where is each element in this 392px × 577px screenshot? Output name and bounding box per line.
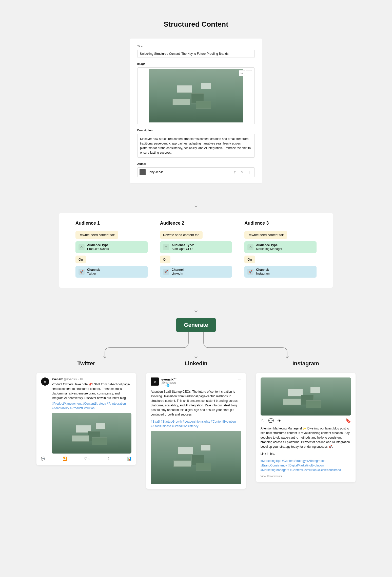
twitter-body: Product Owners, take note 📌! Shift from … — [52, 382, 131, 400]
linkedin-followers: 376 followers — [161, 381, 177, 384]
author-name: Toby Jervis — [148, 170, 163, 174]
channel-chip[interactable]: 🚀 Channel:Instagram — [244, 266, 317, 278]
image-field[interactable]: ✂ ⋮ — [137, 67, 255, 124]
share-icon[interactable]: ✈ — [277, 418, 281, 424]
structured-content-editor: Title Image ✂ ⋮ Description Discover how… — [130, 39, 262, 183]
like-icon[interactable]: ♡ — [261, 418, 265, 424]
edit-icon[interactable]: ✎ — [240, 170, 245, 174]
publish-icon[interactable]: ⇪ — [232, 170, 237, 174]
instagram-comments[interactable]: View 10 comments — [261, 475, 351, 478]
twitter-display-name: evensix — [52, 377, 63, 381]
linkedin-hashtags[interactable]: #SaaS #StartupGrowth #LeadershipInsights… — [151, 419, 241, 428]
rocket-icon: 🚀 — [163, 269, 169, 275]
twitter-image — [52, 413, 131, 454]
audience-heading: Audience 1 — [75, 221, 148, 226]
outputs-row: Twitter e evensix @evensix · 1h Product … — [36, 360, 356, 489]
title-label: Title — [137, 45, 255, 48]
rocket-icon: 🚀 — [79, 269, 85, 275]
description-input[interactable]: Discover how structured content transfor… — [137, 134, 255, 158]
audience-heading: Audience 2 — [160, 221, 232, 226]
output-twitter: Twitter e evensix @evensix · 1h Product … — [36, 360, 136, 489]
audience-type-chip[interactable]: ☺ Audience Type:Marketing Manager — [244, 241, 317, 253]
avatar: e — [41, 377, 49, 386]
linkedin-body: Attention SaaS Startup CEOs: The future … — [151, 389, 241, 417]
like-icon[interactable]: ♡ 1 — [84, 457, 90, 461]
more-icon[interactable]: ⋮ — [246, 70, 252, 76]
avatar — [140, 169, 146, 175]
crop-icon[interactable]: ✂ — [239, 70, 245, 76]
retweet-icon[interactable]: 🔁 — [63, 457, 67, 461]
hero-image — [149, 69, 243, 122]
rewrite-chip: Rewrite seed content for: — [75, 231, 118, 239]
audience-panel: Audience 1 Rewrite seed content for: ☺ A… — [59, 213, 333, 288]
arrow-down-icon — [194, 183, 198, 213]
avatar: e — [151, 377, 159, 386]
page-title: Structured Content — [164, 20, 228, 28]
twitter-hashtags[interactable]: #ProductManagement #ContentStrategy #AII… — [52, 401, 131, 410]
audience-type-chip[interactable]: ☺ Audience Type:Start Ups: CEO — [160, 241, 232, 253]
more-icon[interactable]: ⋯ — [238, 377, 241, 381]
on-chip: On — [244, 256, 255, 263]
audience-heading: Audience 3 — [244, 221, 317, 226]
output-heading: Instagram — [292, 360, 319, 367]
user-icon: ☺ — [163, 244, 169, 250]
output-heading: LinkedIn — [185, 360, 207, 367]
twitter-handle: @evensix · 1h — [64, 377, 83, 381]
instagram-body: Attention Marketing Managers! ✨ Dive int… — [261, 426, 351, 449]
bookmark-icon[interactable]: 🔖 — [345, 418, 351, 424]
linkedin-card: e evensix™ 376 followers 1h · 🌐 ⋯ Attent… — [146, 373, 246, 489]
output-heading: Twitter — [77, 360, 95, 367]
instagram-image — [261, 377, 351, 416]
output-instagram: Instagram ♡ 💬 ✈ 🔖 Attention Marketing Ma… — [256, 360, 356, 489]
twitter-card: e evensix @evensix · 1h Product Owners, … — [36, 373, 136, 465]
analytics-icon[interactable]: 📊 — [127, 457, 131, 461]
title-input[interactable] — [137, 50, 255, 58]
rewrite-chip: Rewrite seed content for: — [244, 231, 287, 239]
author-label: Author — [137, 162, 255, 165]
generate-button[interactable]: Generate — [176, 318, 215, 332]
fanout-arrows — [59, 332, 333, 360]
output-linkedin: LinkedIn e evensix™ 376 followers 1h · 🌐… — [146, 360, 246, 489]
author-field[interactable]: Toby Jervis ⇪ ✎ ⋮ — [137, 167, 255, 177]
rocket-icon: 🚀 — [247, 269, 253, 275]
on-chip: On — [75, 256, 86, 263]
rewrite-chip: Rewrite seed content for: — [160, 231, 203, 239]
arrow-down-icon — [194, 288, 198, 318]
instagram-link: Link in bio. — [261, 452, 351, 456]
image-label: Image — [137, 62, 255, 65]
linkedin-image — [151, 431, 241, 484]
channel-chip[interactable]: 🚀 Channel:LinkedIn — [160, 266, 232, 278]
linkedin-display-name: evensix™ — [161, 377, 177, 381]
instagram-hashtags[interactable]: #MarketingTips #ContentStrategy #AIInteg… — [261, 459, 351, 472]
channel-chip[interactable]: 🚀 Channel:Twitter — [75, 266, 148, 278]
instagram-card: ♡ 💬 ✈ 🔖 Attention Marketing Managers! ✨ … — [256, 373, 356, 482]
share-icon[interactable]: ⇪ — [107, 457, 110, 461]
user-icon: ☺ — [247, 244, 253, 250]
comment-icon[interactable]: 💬 — [268, 418, 274, 424]
audience-type-chip[interactable]: ☺ Audience Type:Product Owners — [75, 241, 148, 253]
more-icon[interactable]: ⋮ — [247, 170, 252, 174]
on-chip: On — [160, 256, 170, 263]
description-label: Description — [137, 129, 255, 132]
linkedin-time: 1h · 🌐 — [161, 384, 177, 387]
audience-col-1: Audience 1 Rewrite seed content for: ☺ A… — [69, 221, 154, 280]
reply-icon[interactable]: 💬 — [41, 457, 45, 461]
audience-col-2: Audience 2 Rewrite seed content for: ☺ A… — [154, 221, 238, 280]
user-icon: ☺ — [79, 244, 85, 250]
audience-col-3: Audience 3 Rewrite seed content for: ☺ A… — [238, 221, 323, 280]
